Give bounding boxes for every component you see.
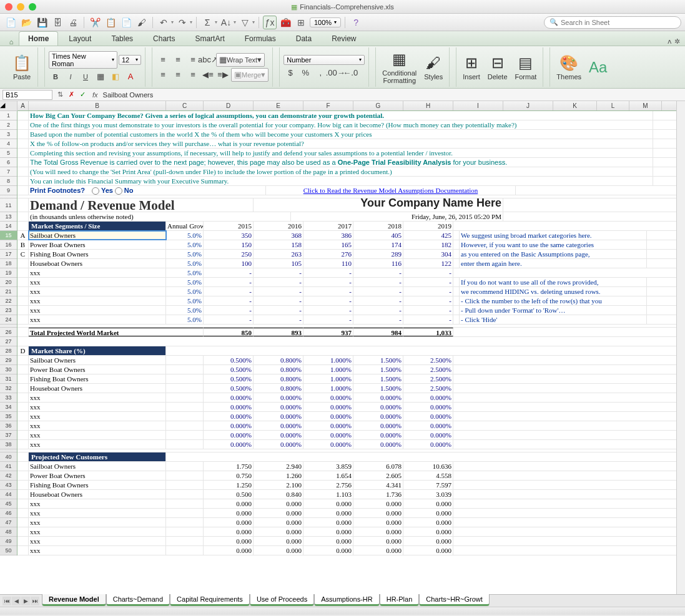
data-cell[interactable]: - <box>303 296 353 305</box>
data-cell[interactable]: 150 <box>204 240 254 249</box>
row-headers[interactable]: 1234567891113141516171819202122232426272… <box>0 111 17 555</box>
row-header[interactable]: 29 <box>0 356 17 365</box>
cell[interactable] <box>453 259 460 268</box>
segment-name[interactable]: Power Boat Owners <box>29 365 166 374</box>
row-header[interactable]: 36 <box>0 421 17 431</box>
font-name-select[interactable]: Times New Roman▾ <box>49 51 117 69</box>
data-cell[interactable]: 0.000 <box>403 546 453 555</box>
data-cell[interactable]: 0.000% <box>353 440 403 449</box>
autosum-icon[interactable]: Σ <box>200 16 214 29</box>
themes-button[interactable]: 🎨Themes <box>554 53 584 82</box>
data-cell[interactable]: 1.260 <box>254 471 303 480</box>
side-note[interactable]: as you entered on the Basic Assumptions … <box>460 250 647 258</box>
data-cell[interactable]: 0.000 <box>204 537 254 545</box>
data-cell[interactable]: 1.000% <box>303 384 353 393</box>
cell[interactable] <box>453 315 460 324</box>
row-header[interactable]: 42 <box>0 471 17 481</box>
data-cell[interactable]: 0.800% <box>254 374 303 383</box>
intro-text[interactable]: (You will need to change the 'Set Print … <box>29 167 653 176</box>
selected-cell[interactable]: Sailboat Owners <box>29 231 166 240</box>
row-header[interactable]: 48 <box>0 527 17 537</box>
data-cell[interactable]: 2.500% <box>403 356 453 364</box>
data-cell[interactable]: 0.000 <box>403 518 453 527</box>
tab-layout[interactable]: Layout <box>59 31 101 46</box>
cell[interactable] <box>17 198 29 212</box>
data-cell[interactable]: 0.000 <box>303 518 353 527</box>
data-cell[interactable]: - <box>254 278 303 286</box>
data-cell[interactable]: 165 <box>303 240 353 249</box>
cell[interactable] <box>166 384 204 393</box>
currency-icon[interactable]: $ <box>283 66 297 80</box>
data-cell[interactable]: 0.000% <box>204 440 254 449</box>
data-cell[interactable]: 110 <box>303 259 353 268</box>
row-tag[interactable] <box>17 287 29 296</box>
side-note[interactable]: - Click 'Hide' <box>460 315 647 324</box>
sort-icon[interactable]: A↓ <box>219 16 233 29</box>
year-header[interactable]: 2015 <box>204 222 254 230</box>
segment-name[interactable]: xxx <box>29 546 166 555</box>
cell[interactable] <box>17 452 29 461</box>
data-cell[interactable]: 116 <box>353 259 403 268</box>
data-cell[interactable]: 0.840 <box>254 490 303 499</box>
increase-decimal-icon[interactable]: .00→ <box>328 66 342 80</box>
data-cell[interactable]: 0.000% <box>353 412 403 421</box>
side-note[interactable]: enter them again here. <box>460 259 647 268</box>
tab-charts[interactable]: Charts <box>144 31 184 46</box>
column-header[interactable]: B <box>29 101 166 110</box>
row-header[interactable]: 47 <box>0 518 17 527</box>
data-cell[interactable]: - <box>353 315 403 324</box>
data-cell[interactable]: 2.500% <box>403 365 453 374</box>
data-cell[interactable]: 0.000% <box>204 412 254 421</box>
row-header[interactable]: 3 <box>0 130 17 139</box>
save-as-icon[interactable]: 🗄 <box>51 16 64 29</box>
intro-text[interactable]: One of the first things you must demonst… <box>29 120 653 129</box>
data-cell[interactable]: 2.500% <box>403 384 453 393</box>
cell[interactable] <box>166 518 204 527</box>
segment-name[interactable]: xxx <box>29 315 166 324</box>
data-cell[interactable]: 0.000 <box>303 509 353 517</box>
row-header[interactable]: 33 <box>0 393 17 403</box>
growth-pct[interactable]: 5.0% <box>166 240 204 249</box>
cell[interactable] <box>453 250 460 258</box>
data-cell[interactable]: - <box>204 278 254 286</box>
tab-nav-prev-icon[interactable]: ◀ <box>12 597 21 605</box>
formula-input[interactable]: Sailboat Owners <box>103 91 683 99</box>
data-cell[interactable]: 350 <box>204 231 254 240</box>
row-header[interactable]: 28 <box>0 346 17 356</box>
data-cell[interactable]: 6.078 <box>353 462 403 471</box>
subtitle[interactable]: (in thousands unless otherwise noted) <box>29 212 291 221</box>
cell[interactable] <box>453 287 460 296</box>
data-cell[interactable]: 0.000 <box>353 537 403 545</box>
data-cell[interactable]: 0.000 <box>403 527 453 536</box>
save-icon[interactable]: 💾 <box>35 16 49 29</box>
data-cell[interactable]: - <box>303 306 353 315</box>
cell[interactable] <box>17 120 29 129</box>
cell[interactable] <box>166 462 204 471</box>
segment-name[interactable]: xxx <box>29 393 166 402</box>
undo-icon[interactable]: ↶ <box>157 16 170 29</box>
year-header[interactable]: 2016 <box>254 222 303 230</box>
help-icon[interactable]: ? <box>349 16 363 29</box>
total-value[interactable]: 850 <box>204 328 254 336</box>
data-cell[interactable]: 0.000% <box>353 393 403 402</box>
timestamp[interactable]: Friday, June, 26, 2015 05:20 PM <box>291 212 503 221</box>
radio-no[interactable] <box>115 187 122 195</box>
row-header[interactable]: 4 <box>0 139 17 149</box>
row-header[interactable]: 31 <box>0 374 17 384</box>
cell[interactable] <box>17 130 29 139</box>
copy-icon[interactable]: 📋 <box>104 16 117 29</box>
wrap-text-button[interactable]: ▦ Wrap Text ▾ <box>216 53 265 67</box>
name-box[interactable]: B15 <box>2 90 52 100</box>
row-header[interactable]: 23 <box>0 306 17 315</box>
row-header[interactable]: 32 <box>0 384 17 393</box>
sheet-tab[interactable]: Charts~HR~Growt <box>419 594 489 606</box>
data-cell[interactable]: 4.558 <box>403 471 453 480</box>
intro-text[interactable]: The Total Gross Revenue is carried over … <box>29 158 653 167</box>
data-cell[interactable]: 1.103 <box>303 490 353 499</box>
data-cell[interactable]: 304 <box>403 250 453 258</box>
column-header[interactable]: C <box>166 101 204 110</box>
section-header[interactable]: Projected New Customers <box>29 452 166 461</box>
segment-name[interactable]: xxx <box>29 278 166 286</box>
data-cell[interactable]: - <box>204 296 254 305</box>
data-cell[interactable]: 1.736 <box>353 490 403 499</box>
